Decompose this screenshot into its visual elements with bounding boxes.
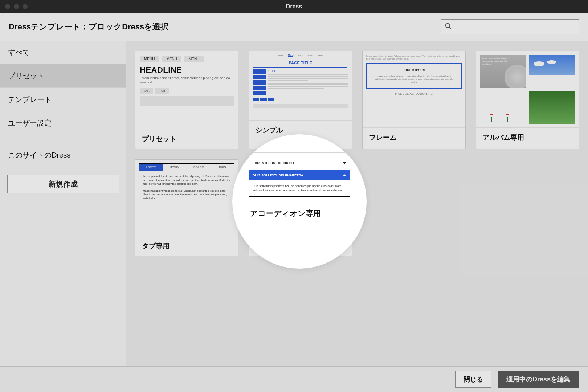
thumb-footer-pills [253,98,348,101]
search-field[interactable] [441,19,579,34]
thumb-tab-pill: TAB [140,88,153,94]
template-thumb: HomeMenuMenuMenuMenu PAGE TITLE TITLE [249,51,352,121]
thumb-frame-title: LOREM IPSUM [372,68,456,72]
chevron-down-icon [343,162,346,164]
sidebar-separator [0,135,126,143]
template-card-label: フレーム [363,128,465,147]
thumb-accordion-body: Duis sollicitudin pharetra nisl, ac pell… [249,180,350,197]
thumb-small-text: Lorem ipsum dolor sit amet. Pellentesque… [366,55,462,61]
thumb-tab-body: Lorem ipsum dolor sit amet, consectetur … [139,171,234,204]
thumb-lorem: Lorem ipsum dolor sit amet, consectetur … [140,76,234,85]
sidebar-item-label: ユーザー設定 [8,118,52,128]
template-card-label: タブ専用 [135,236,238,256]
thumb-image-flowers [480,91,526,124]
template-thumb: MENU MENU MENU HEADLINE Lorem ipsum dolo… [135,51,238,129]
sidebar-item-label: すべて [8,48,30,57]
template-card-preset[interactable]: MENU MENU MENU HEADLINE Lorem ipsum dolo… [135,51,238,149]
window-title: Dress [0,3,588,10]
sidebar-item-template[interactable]: テンプレート [0,88,126,111]
template-thumb: LOREMIPSUMDOLORDUIS Lorem ipsum dolor si… [135,160,238,236]
template-thumb: Lorem ipsum dolor sit amet. Pellentesque… [363,51,465,128]
new-button-label: 新規作成 [49,179,78,189]
sidebar-item-all[interactable]: すべて [0,41,126,64]
template-thumb: Lorem ipsum dolor sit amet, consectetur … [476,51,579,128]
thumb-menu-pill: MENU [140,56,159,62]
search-input[interactable] [455,24,575,30]
svg-point-0 [446,24,450,28]
dialog-footer: 閉じる 適用中のDressを編集 [0,366,588,392]
dialog-header: Dressテンプレート：ブロックDressを選択 [0,13,588,41]
close-button-label: 閉じる [464,375,483,384]
template-card-tab[interactable]: LOREMIPSUMDOLORDUIS Lorem ipsum dolor si… [135,159,238,256]
template-card-frame[interactable]: Lorem ipsum dolor sit amet. Pellentesque… [362,51,466,149]
thumb-title: TITLE [268,69,348,73]
thumb-image-ferris: Lorem ipsum dolor sit amet, consectetur … [480,55,526,88]
template-card-label: アルバム専用 [476,128,579,147]
thumb-headline: HEADLINE [140,65,234,75]
thumb-image-green [529,91,576,124]
thumb-frame: LOREM IPSUM Lorem ipsum dolor sit amet, … [366,63,462,89]
close-button[interactable]: 閉じる [455,371,491,388]
sidebar-item-this-site[interactable]: このサイトのDress [0,143,126,167]
sidebar-item-label: プリセット [8,71,44,81]
search-icon [445,23,452,31]
thumb-side-nav [253,69,266,95]
thumb-accordion-row-open: DUIS SOLLICITUDIN PHARETRA [249,170,350,180]
sidebar: すべて プリセット テンプレート ユーザー設定 このサイトのDress 新規作成 [0,41,126,392]
new-button[interactable]: 新規作成 [7,175,119,193]
template-card-label: プリセット [135,129,238,149]
tutorial-spotlight: LOREM IPSUM DOLOR SIT DUIS SOLLICITUDIN … [232,134,367,269]
svg-line-1 [449,27,451,29]
thumb-caption: MAECENAS LOBORTIS [366,92,462,95]
sidebar-item-user[interactable]: ユーザー設定 [0,111,126,135]
thumb-page-title: PAGE TITLE [253,58,347,68]
edit-button-label: 適用中のDressを編集 [506,375,570,384]
thumb-gray-bar [140,96,234,106]
template-card-label: アコーディオン専用 [242,202,357,224]
edit-applied-dress-button[interactable]: 適用中のDressを編集 [498,371,579,388]
thumb-menu-pill: MENU [162,56,181,62]
dialog-title: Dressテンプレート：ブロックDressを選択 [9,21,168,32]
thumb-nav: HomeMenuMenuMenuMenu [249,53,352,58]
window-titlebar: Dress [0,0,588,13]
thumb-tab-pill: TAB [155,88,169,94]
thumb-menu-pill: MENU [184,56,204,62]
sidebar-item-preset[interactable]: プリセット [0,64,126,88]
thumb-accordion-row: LOREM IPSUM DOLOR SIT [249,158,350,168]
chevron-up-icon [343,174,346,176]
template-card-album[interactable]: Lorem ipsum dolor sit amet, consectetur … [476,51,579,149]
sidebar-item-label: テンプレート [8,95,52,105]
thumb-tabs: LOREMIPSUMDOLORDUIS [139,163,234,171]
thumb-image-sky [529,55,576,88]
sidebar-item-label: このサイトのDress [8,150,70,160]
thumb-frame-body: Lorem ipsum dolor sit amet, consectetur … [372,75,456,84]
